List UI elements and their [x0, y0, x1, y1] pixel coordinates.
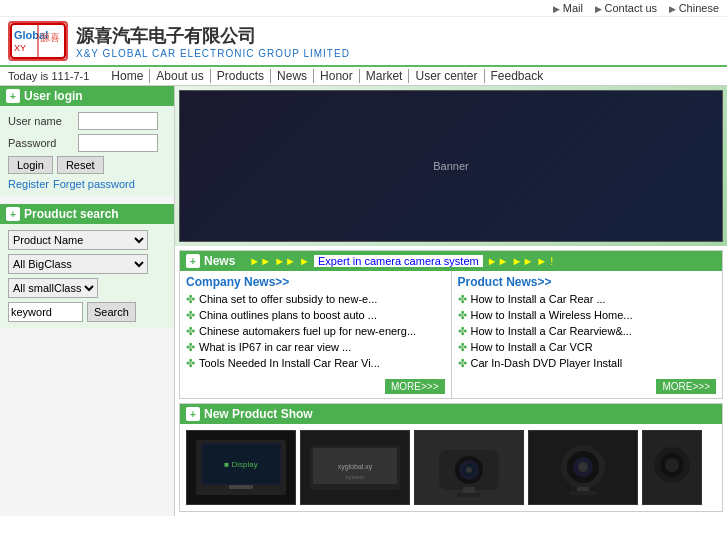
news-section-icon: + [186, 254, 200, 268]
product-news-header: Product News>> [458, 275, 717, 289]
nav-about[interactable]: About us [150, 69, 210, 83]
product-news-item-1[interactable]: ✤ How to Install a Wireless Home... [458, 309, 717, 322]
new-product-title: New Product Show [204, 407, 313, 421]
product-thumb-3[interactable] [414, 430, 524, 505]
product-thumb-2-img: xyglobal.xy system [305, 435, 405, 500]
svg-text:XY: XY [14, 43, 26, 53]
product-news-col: Product News>> ✤ How to Install a Car Re… [452, 271, 723, 398]
company-more-btn[interactable]: MORE>>> [385, 379, 445, 394]
svg-rect-20 [457, 493, 481, 497]
product-thumb-5[interactable] [642, 430, 702, 505]
login-btn-row: Login Reset [8, 156, 166, 174]
news-section: + News ►► ►► ► Expert in camera camera s… [179, 250, 723, 399]
product-images-row: ■ Display xyglobal.xy system [180, 424, 722, 511]
username-input[interactable] [78, 112, 158, 130]
nav-news[interactable]: News [271, 69, 314, 83]
smallclass-row: All smallClass [8, 278, 166, 298]
product-thumb-4[interactable] [528, 430, 638, 505]
header: Global XY 源喜 源喜汽车电子有限公司 X&Y GLOBAL CAR E… [0, 17, 727, 67]
product-news-item-2[interactable]: ✤ How to Install a Car Rearview&... [458, 325, 717, 338]
product-news-item-4[interactable]: ✤ Car In-Dash DVD Player Install [458, 357, 717, 370]
logo-svg: Global XY 源喜 [10, 23, 66, 59]
smallclass-select[interactable]: All smallClass [8, 278, 98, 298]
company-news-item-4[interactable]: ✤ Tools Needed In Install Car Rear Vi... [186, 357, 445, 370]
password-label: Password [8, 137, 78, 149]
ticker-text: Expert in camera camera system [314, 255, 483, 267]
password-input[interactable] [78, 134, 158, 152]
main-content: Banner + News ►► ►► ► Expert in camera c… [175, 86, 727, 516]
nav-products[interactable]: Products [211, 69, 271, 83]
product-news-item-0[interactable]: ✤ How to Install a Car Rear ... [458, 293, 717, 306]
news-ticker: ►► ►► ► Expert in camera camera system ►… [241, 252, 722, 270]
ticker-arrows-left: ►► ►► ► [249, 255, 310, 267]
product-bullet-4: ✤ [458, 357, 467, 370]
company-bullet-0: ✤ [186, 293, 195, 306]
contact-link[interactable]: Contact us [595, 2, 657, 14]
user-login-section-header: + User login [0, 86, 174, 106]
ticker-arrows-right: ►► ►► ► ! [487, 255, 554, 267]
company-news-item-2[interactable]: ✤ Chinese automakers fuel up for new-ene… [186, 325, 445, 338]
news-title-block: + News [180, 251, 241, 271]
product-bullet-2: ✤ [458, 325, 467, 338]
bigclass-row: All BigClass [8, 254, 166, 274]
user-login-title: User login [24, 89, 83, 103]
product-name-select[interactable]: Product Name [8, 230, 148, 250]
product-thumb-4-img [533, 435, 633, 500]
product-name-row: Product Name [8, 230, 166, 250]
keyword-input[interactable] [8, 302, 83, 322]
register-row: Register Forget password [8, 178, 166, 190]
login-button[interactable]: Login [8, 156, 53, 174]
product-thumb-2[interactable]: xyglobal.xy system [300, 430, 410, 505]
nav-feedback[interactable]: Feedback [485, 69, 550, 83]
company-bullet-4: ✤ [186, 357, 195, 370]
product-bullet-1: ✤ [458, 309, 467, 322]
reset-button[interactable]: Reset [57, 156, 104, 174]
product-bullet-0: ✤ [458, 293, 467, 306]
company-bullet-2: ✤ [186, 325, 195, 338]
product-thumb-1[interactable]: ■ Display [186, 430, 296, 505]
nav-home[interactable]: Home [105, 69, 150, 83]
register-link[interactable]: Register [8, 178, 49, 190]
nav-honor[interactable]: Honor [314, 69, 360, 83]
logo-text: 源喜汽车电子有限公司 X&Y GLOBAL CAR ELECTRONIC GRO… [76, 24, 350, 59]
date-label: Today is 111-7-1 [8, 70, 89, 82]
company-more-row: MORE>>> [180, 377, 451, 398]
sidebar: + User login User name Password Login Re… [0, 86, 175, 516]
news-header-bar: + News ►► ►► ► Expert in camera camera s… [180, 251, 722, 271]
svg-text:源喜: 源喜 [40, 32, 60, 43]
product-link-2: How to Install a Car Rearview&... [471, 325, 632, 337]
logo-box: Global XY 源喜 源喜汽车电子有限公司 X&Y GLOBAL CAR E… [8, 21, 350, 61]
company-news-header: Company News>> [186, 275, 445, 289]
company-news-item-0[interactable]: ✤ China set to offer subsidy to new-e... [186, 293, 445, 306]
main-layout: + User login User name Password Login Re… [0, 86, 727, 516]
product-news-inner: Product News>> ✤ How to Install a Car Re… [452, 271, 723, 377]
product-more-btn[interactable]: MORE>>> [656, 379, 716, 394]
nav-usercenter[interactable]: User center [409, 69, 484, 83]
nav-market[interactable]: Market [360, 69, 410, 83]
product-thumb-5-img [644, 435, 700, 500]
chinese-link[interactable]: Chinese [669, 2, 719, 14]
logo-cn: 源喜汽车电子有限公司 [76, 24, 350, 48]
product-thumb-1-img: ■ Display [191, 435, 291, 500]
company-news-item-3[interactable]: ✤ What is IP67 in car rear view ... [186, 341, 445, 354]
forget-password-link[interactable]: Forget password [53, 178, 135, 190]
product-link-3: How to Install a Car VCR [471, 341, 593, 353]
new-product-header: + New Product Show [180, 404, 722, 424]
mail-link[interactable]: Mail [553, 2, 583, 14]
company-bullet-1: ✤ [186, 309, 195, 322]
product-search-box: Product Name All BigClass All smallClass… [0, 224, 174, 328]
company-link-1: China outlines plans to boost auto ... [199, 309, 377, 321]
product-search-title: Prouduct search [24, 207, 119, 221]
company-news-item-1[interactable]: ✤ China outlines plans to boost auto ... [186, 309, 445, 322]
svg-rect-26 [569, 491, 597, 495]
bigclass-select[interactable]: All BigClass [8, 254, 148, 274]
logo-icon: Global XY 源喜 [8, 21, 68, 61]
new-product-section: + New Product Show ■ Display [179, 403, 723, 512]
svg-text:system: system [345, 474, 364, 480]
main-nav: Home About us Products News Honor Market… [105, 69, 549, 83]
news-section-title: News [204, 254, 235, 268]
product-link-0: How to Install a Car Rear ... [471, 293, 606, 305]
search-button[interactable]: Search [87, 302, 136, 322]
product-news-item-3[interactable]: ✤ How to Install a Car VCR [458, 341, 717, 354]
svg-point-29 [665, 458, 679, 472]
